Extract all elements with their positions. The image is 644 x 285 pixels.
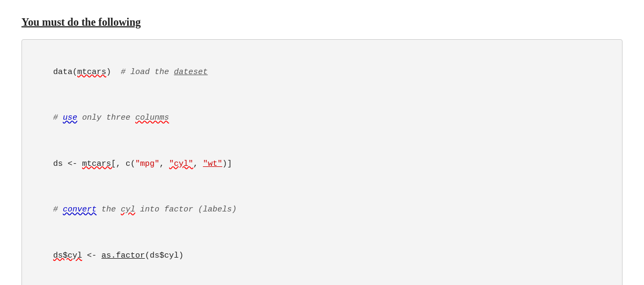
code-cyl-str: "cyl" — [169, 159, 193, 169]
code-mtcars-1: mtcars — [77, 68, 106, 77]
code-line-5: ds$cyl <- as.factor(ds$cyl) — [34, 233, 610, 279]
code-close-bracket: )] — [222, 159, 232, 169]
code-as-factor: as.factor — [101, 251, 145, 260]
code-comma-1: , — [159, 159, 169, 169]
code-line-4: # convert the cyl into factor (labels) — [34, 187, 610, 233]
code-comment-2: # use only three colunms — [53, 113, 169, 122]
code-wt-str: "wt" — [203, 159, 222, 169]
code-c-open: , c( — [116, 159, 135, 169]
code-line-1: data(mtcars) # load the dateset — [34, 49, 610, 96]
code-paren-close: ) — [106, 68, 121, 77]
code-line-2: # use only three colunms — [34, 96, 610, 142]
code-block: data(mtcars) # load the dateset # use on… — [21, 39, 623, 285]
code-ds-cyl-lhs: ds$cyl — [53, 251, 82, 260]
code-assign-arrow: <- — [82, 251, 101, 260]
code-comma-2: , — [193, 159, 203, 169]
code-as-factor-arg: (ds$cyl) — [145, 251, 184, 260]
code-mtcars-bracket: mtcars[ — [82, 159, 116, 169]
code-comment-4: # convert the cyl into factor (labels) — [53, 205, 237, 214]
code-mpg: "mpg" — [135, 159, 159, 169]
page-heading: You must do the following — [21, 16, 623, 28]
code-line-3: ds <- mtcars[, c("mpg", "cyl", "wt")] — [34, 141, 610, 187]
code-comment-1: # load the dateset — [121, 68, 208, 77]
code-data-keyword: data( — [53, 68, 77, 77]
code-ds-arrow: ds <- — [53, 159, 82, 169]
